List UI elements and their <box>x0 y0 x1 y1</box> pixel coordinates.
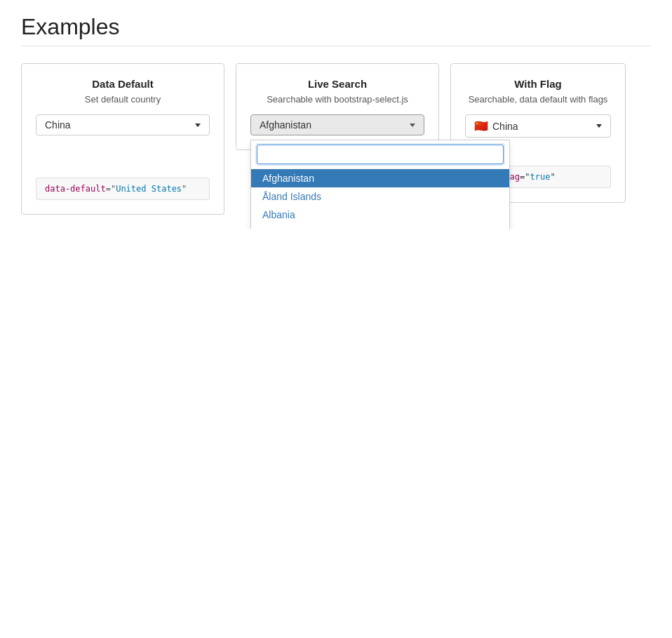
cards-container: Data Default Set default country China d… <box>21 63 651 215</box>
live-search-caret-icon <box>410 124 415 127</box>
data-default-code-block: data-default="United States" <box>36 178 210 200</box>
card-with-flag-subtitle: Searchable, data default with flags <box>465 94 611 105</box>
code-attr-value: United States <box>116 184 182 194</box>
card-data-default-title: Data Default <box>36 78 210 90</box>
page-divider <box>21 46 651 46</box>
dropdown-item-aland-islands[interactable]: Åland Islands <box>251 187 509 206</box>
dropdown-item-afghanistan[interactable]: Afghanistan <box>251 169 509 187</box>
card-with-flag-title: With Flag <box>465 78 611 90</box>
card-data-default-subtitle: Set default country <box>36 94 210 105</box>
card-live-search-title: Live Search <box>250 78 424 90</box>
live-search-select-button[interactable]: Afghanistan <box>250 114 424 135</box>
data-default-select-button[interactable]: China <box>36 114 210 135</box>
dropdown-search-container <box>251 140 509 169</box>
code-attr-name: data-default <box>45 184 106 194</box>
live-search-dropdown-panel: Afghanistan Åland Islands Albania Algeri… <box>250 140 510 229</box>
with-flag-selected-value: China <box>492 121 518 132</box>
page-title: Examples <box>21 14 651 40</box>
flag-icon: 🇨🇳 <box>474 119 488 133</box>
with-flag-caret-icon <box>596 124 602 128</box>
with-flag-select-button[interactable]: 🇨🇳 China <box>465 114 611 138</box>
dropdown-search-input[interactable] <box>257 145 504 164</box>
data-default-caret-icon <box>195 124 201 127</box>
card-live-search-subtitle: Searchable with bootstrap-select.js <box>250 94 424 105</box>
data-default-selected-value: China <box>45 119 71 131</box>
live-search-selected-value: Afghanistan <box>260 119 311 131</box>
dropdown-list[interactable]: Afghanistan Åland Islands Albania Algeri… <box>251 169 509 229</box>
dropdown-item-algeria[interactable]: Algeria <box>251 224 509 229</box>
flag-code-attr-value: true <box>530 172 550 182</box>
card-data-default: Data Default Set default country China d… <box>21 63 224 215</box>
card-live-search: Live Search Searchable with bootstrap-se… <box>236 63 439 150</box>
dropdown-item-albania[interactable]: Albania <box>251 206 509 224</box>
live-search-dropdown-area: Afghanistan Afghanistan Åland Islands Al… <box>250 114 424 135</box>
